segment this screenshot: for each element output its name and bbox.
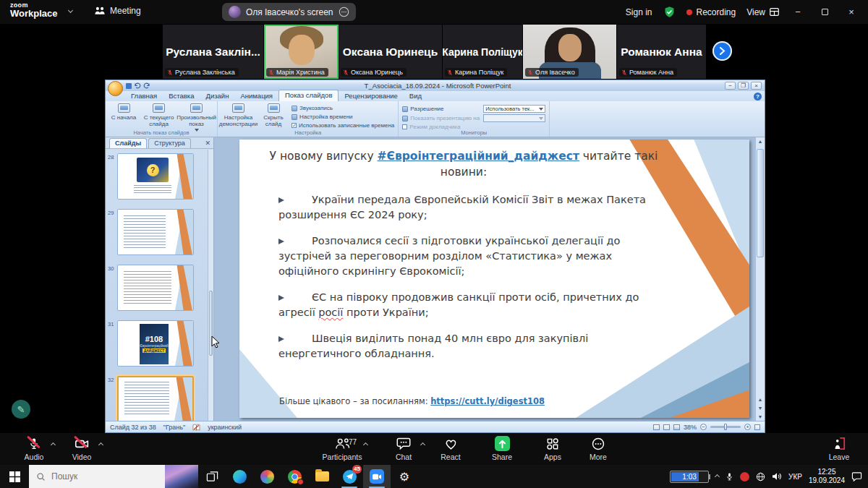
undo-icon[interactable]	[134, 82, 141, 89]
audio-button[interactable]: Audio	[9, 436, 59, 461]
slide-thumbnail-31[interactable]: #108 Євроінтеграційний ДАЙДЖЕСТ	[117, 320, 194, 367]
video-button[interactable]: Video	[56, 436, 107, 461]
from-current-slide-button[interactable]: С текущего слайда	[142, 103, 176, 127]
participant-tile[interactable]: Руслана Заклін... Руслана Заклінська	[163, 25, 264, 79]
tab-animations[interactable]: Анимация	[234, 91, 278, 101]
tab-view[interactable]: Вид	[404, 91, 427, 101]
react-button[interactable]: React	[425, 436, 476, 461]
notification-center-icon[interactable]	[851, 471, 862, 481]
chevron-down-icon[interactable]	[68, 8, 73, 13]
hidden-icons-chevron-icon[interactable]	[715, 474, 720, 479]
zoom-slider[interactable]	[710, 426, 741, 428]
next-participants-page-button[interactable]	[712, 41, 732, 61]
language-indicator[interactable]: УКР	[788, 473, 802, 481]
slide-thumbnail-30[interactable]	[117, 265, 194, 311]
more-button[interactable]: More	[573, 436, 624, 461]
close-button[interactable]: ×	[843, 7, 859, 17]
hide-slide-button[interactable]: Скрыть слайд	[259, 103, 288, 127]
recording-app-tray-icon[interactable]	[740, 472, 749, 481]
speaker-icon[interactable]	[772, 472, 782, 481]
audio-options-chevron-icon[interactable]	[51, 442, 56, 448]
panel-scrollbar[interactable]	[208, 150, 213, 421]
participant-video-tile-active-speaker[interactable]: Марія Христина	[264, 25, 339, 79]
ppt-minimize-button[interactable]: −	[725, 82, 736, 90]
slide-thumbnail-32-selected[interactable]	[117, 376, 194, 421]
tab-outline[interactable]: Структура	[148, 138, 191, 148]
network-globe-icon[interactable]	[756, 472, 765, 481]
resolution-dropdown[interactable]: Использовать тек...	[483, 105, 545, 113]
close-panel-icon[interactable]: ✕	[205, 140, 210, 148]
participant-tile[interactable]: Романюк Анна Романюк Анна	[617, 25, 707, 79]
task-view-button[interactable]	[198, 465, 226, 488]
security-shield-icon[interactable]	[663, 6, 676, 18]
start-button[interactable]	[0, 465, 29, 488]
from-beginning-button[interactable]: С начала	[109, 103, 138, 121]
record-narration-button[interactable]: Звукозапись	[292, 105, 394, 111]
ppt-close-button[interactable]: ×	[751, 82, 762, 90]
file-explorer-button[interactable]	[308, 465, 336, 488]
scroll-down-icon[interactable]: ▼	[756, 413, 765, 421]
tab-review[interactable]: Рецензирование	[339, 91, 403, 101]
scrollbar-thumb[interactable]	[757, 149, 764, 257]
participants-button[interactable]: Participants 77	[317, 436, 367, 461]
tab-home[interactable]: Главная	[125, 91, 163, 101]
video-options-chevron-icon[interactable]	[98, 442, 103, 448]
zoom-app-button[interactable]	[363, 465, 391, 488]
meeting-tab[interactable]: Meeting	[94, 6, 141, 16]
normal-view-icon[interactable]	[653, 424, 660, 430]
rehearse-timings-button[interactable]: Настройка времени	[292, 114, 394, 120]
fit-to-window-icon[interactable]	[754, 424, 760, 430]
next-slide-icon[interactable]: ▼	[756, 404, 765, 412]
footer-link[interactable]: https://cutt.ly/digest108	[430, 396, 545, 406]
setup-slideshow-button[interactable]: Настройка демонстрации	[221, 103, 255, 127]
tab-slideshow-active[interactable]: Показ слайдов	[278, 90, 339, 101]
participant-video-tile[interactable]: Оля Івасечко	[523, 25, 617, 79]
zoom-out-icon[interactable]: −	[700, 424, 707, 430]
slide-thumbnail-28[interactable]: ?	[117, 153, 194, 200]
settings-button[interactable]: ⚙	[391, 465, 418, 488]
heading-hashtag-link[interactable]: #Євроінтеграційний_дайджест	[378, 150, 579, 163]
participants-chevron-icon[interactable]	[363, 442, 368, 448]
slide-thumbnail-29[interactable]	[117, 209, 194, 255]
powerpoint-title-bar[interactable]: T_Asociacia_18.09.2024 - Microsoft Power…	[106, 80, 765, 91]
previous-slide-icon[interactable]: ▲	[756, 395, 765, 403]
search-input[interactable]	[51, 471, 145, 481]
sign-in-link[interactable]: Sign in	[626, 7, 652, 17]
ppt-restore-button[interactable]: ❐	[738, 82, 749, 90]
proofing-language[interactable]: украинский	[208, 424, 242, 431]
save-icon[interactable]	[126, 83, 132, 89]
chat-button[interactable]: Chat	[378, 436, 429, 461]
annotate-button[interactable]: ✎	[12, 400, 30, 419]
slide-scrollbar[interactable]: ▲ ▲ ▼ ▼	[755, 137, 765, 421]
participant-tile[interactable]: Карина Поліщук Карина Поліщук	[443, 25, 523, 79]
view-button[interactable]: View	[746, 7, 779, 17]
scroll-up-icon[interactable]: ▲	[756, 137, 765, 145]
share-button[interactable]: Share	[477, 436, 527, 461]
participant-tile[interactable]: Оксана Юринець Оксана Юринець	[339, 25, 443, 79]
spellcheck-book-icon[interactable]	[192, 424, 200, 431]
telegram-button[interactable]: 45	[336, 465, 363, 488]
ellipsis-circle-icon[interactable]	[339, 7, 349, 17]
minimize-button[interactable]: −	[790, 7, 806, 17]
shared-screen-pill[interactable]: Оля Івасечко's screen	[222, 3, 356, 21]
edge-button[interactable]	[226, 465, 253, 488]
help-icon[interactable]: ?	[754, 93, 762, 100]
apps-button[interactable]: Apps	[527, 436, 578, 461]
slideshow-view-icon[interactable]	[673, 424, 680, 430]
tab-slides[interactable]: Слайды	[109, 138, 147, 148]
chrome-button[interactable]	[281, 465, 308, 488]
custom-slideshow-button[interactable]: Произвольный показ	[179, 103, 213, 132]
tray-mic-icon[interactable]	[726, 472, 733, 481]
battery-timer-widget[interactable]: 1:03	[670, 471, 709, 483]
office-button[interactable]	[108, 81, 123, 96]
tab-insert[interactable]: Вставка	[163, 91, 200, 101]
tab-design[interactable]: Дизайн	[200, 91, 234, 101]
slide-sorter-icon[interactable]	[663, 424, 670, 430]
taskbar-clock[interactable]: 12:25 19.09.2024	[809, 468, 845, 485]
zoom-slider-thumb[interactable]	[724, 424, 727, 430]
leave-button[interactable]: Leave	[814, 436, 864, 461]
maximize-button[interactable]	[817, 7, 833, 17]
redo-icon[interactable]	[143, 82, 150, 89]
copilot-button[interactable]	[253, 465, 281, 488]
taskbar-search-box[interactable]	[29, 465, 198, 488]
